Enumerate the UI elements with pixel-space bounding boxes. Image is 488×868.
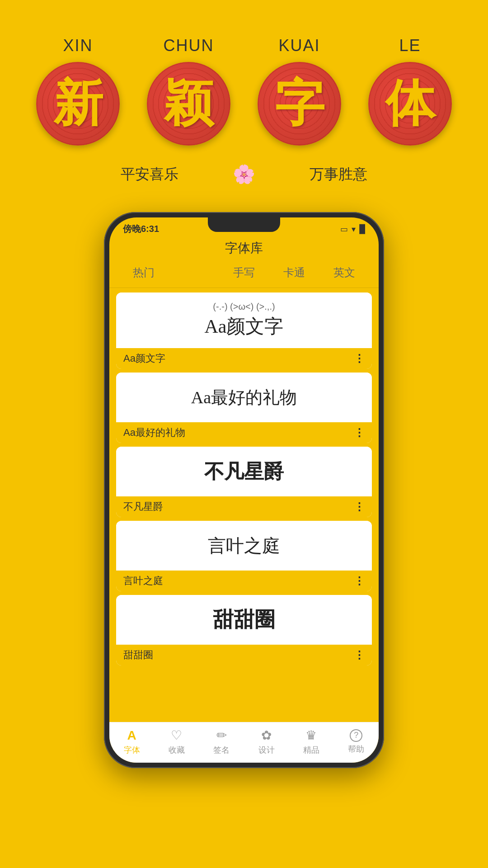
font-label-1: Aa颜文字 xyxy=(123,352,165,365)
font-text-5: 甜甜圈 xyxy=(213,606,275,634)
font-label-row-4: 言叶之庭 ⋮ xyxy=(116,571,372,591)
font-preview-2: Aa最好的礼物 xyxy=(116,373,372,422)
wifi-icon: ▾ xyxy=(352,224,356,234)
tab-bar: 热门 最新 手写 卡通 英文 xyxy=(109,259,379,288)
status-time: 傍晚6:31 xyxy=(123,223,159,235)
font-label-2: Aa最好的礼物 xyxy=(123,426,185,439)
circle-xin: 新 xyxy=(36,62,120,146)
font-preview-1: (-.-) (>ω<) (>.,.) Aa颜文字 xyxy=(116,292,372,348)
lotus-icon: 🌸 xyxy=(233,164,255,185)
tab-cartoon[interactable]: 卡通 xyxy=(278,263,310,284)
font-preview-5: 甜甜圈 xyxy=(116,595,372,645)
signature-icon: ✏ xyxy=(216,728,227,743)
subtitle-right: 万事胜意 xyxy=(310,165,367,184)
subtitle-row: 平安喜乐 🌸 万事胜意 xyxy=(121,164,367,185)
nav-premium-label: 精品 xyxy=(303,745,319,755)
bottom-nav: A 字体 ♡ 收藏 ✏ 签名 ✿ 设计 ♛ 精品 xyxy=(109,722,379,763)
nav-help-label: 帮助 xyxy=(348,744,364,755)
nav-signature[interactable]: ✏ 签名 xyxy=(213,728,230,755)
more-icon-5[interactable]: ⋮ xyxy=(354,649,365,661)
nav-fonts[interactable]: A 字体 xyxy=(124,728,140,755)
pinyin-chun: CHUN xyxy=(164,36,214,55)
nav-favorites[interactable]: ♡ 收藏 xyxy=(169,728,185,755)
font-label-5: 甜甜圈 xyxy=(123,648,153,662)
font-label-4: 言叶之庭 xyxy=(123,574,163,588)
tab-handwriting[interactable]: 手写 xyxy=(228,263,260,284)
nav-design[interactable]: ✿ 设计 xyxy=(258,728,275,755)
font-label-3: 不凡星爵 xyxy=(123,500,163,514)
pinyin-kuai: KUAI xyxy=(278,36,320,55)
header: XIN 新 CHUN 颖 KUAI 字 LE 体 平安喜乐 🌸 万事胜意 xyxy=(0,0,488,185)
premium-icon: ♛ xyxy=(305,728,317,743)
font-card-2[interactable]: Aa最好的礼物 Aa最好的礼物 ⋮ xyxy=(116,373,372,443)
favorites-icon: ♡ xyxy=(171,728,182,743)
more-icon-3[interactable]: ⋮ xyxy=(354,500,365,513)
more-icon-1[interactable]: ⋮ xyxy=(354,352,365,365)
font-preview-4: 言叶之庭 xyxy=(116,521,372,571)
design-icon: ✿ xyxy=(261,728,272,743)
tab-english[interactable]: 英文 xyxy=(328,263,361,284)
font-card-4[interactable]: 言叶之庭 言叶之庭 ⋮ xyxy=(116,521,372,591)
help-icon: ? xyxy=(350,729,362,742)
font-label-row-3: 不凡星爵 ⋮ xyxy=(116,496,372,517)
signal-icon: █ xyxy=(359,224,365,234)
phone-screen: 傍晚6:31 ▭ ▾ █ 字体库 热门 最新 手写 卡通 英文 xyxy=(109,217,379,763)
nav-help[interactable]: ? 帮助 xyxy=(348,729,364,755)
font-preview-3: 不凡星爵 xyxy=(116,447,372,496)
status-icons: ▭ ▾ █ xyxy=(340,224,365,234)
font-text-1: Aa颜文字 xyxy=(205,314,284,339)
app-title: 字体库 xyxy=(109,235,379,259)
char-kuai: KUAI 字 xyxy=(258,36,341,146)
phone-notch xyxy=(208,217,280,232)
battery-icon: ▭ xyxy=(340,224,348,234)
pinyin-row: XIN 新 CHUN 颖 KUAI 字 LE 体 xyxy=(36,36,452,146)
circle-kuai: 字 xyxy=(258,62,341,146)
nav-premium[interactable]: ♛ 精品 xyxy=(303,728,319,755)
fonts-icon: A xyxy=(127,728,136,743)
nav-design-label: 设计 xyxy=(258,745,275,755)
pinyin-xin: XIN xyxy=(63,36,93,55)
font-card-3[interactable]: 不凡星爵 不凡星爵 ⋮ xyxy=(116,447,372,517)
font-list: (-.-) (>ω<) (>.,.) Aa颜文字 Aa颜文字 ⋮ Aa最好的礼物 xyxy=(109,288,379,670)
font-text-2: Aa最好的礼物 xyxy=(191,386,297,409)
font-card-5[interactable]: 甜甜圈 甜甜圈 ⋮ xyxy=(116,595,372,665)
phone-mockup: 傍晚6:31 ▭ ▾ █ 字体库 热门 最新 手写 卡通 英文 xyxy=(104,212,384,768)
phone-wrapper: 傍晚6:31 ▭ ▾ █ 字体库 热门 最新 手写 卡通 英文 xyxy=(0,212,488,768)
circle-le: 体 xyxy=(368,62,452,146)
char-chun: CHUN 颖 xyxy=(147,36,230,146)
circle-chun: 颖 xyxy=(147,62,230,146)
more-icon-2[interactable]: ⋮ xyxy=(354,426,365,439)
nav-favorites-label: 收藏 xyxy=(169,745,185,755)
more-icon-4[interactable]: ⋮ xyxy=(354,575,365,587)
tab-hot[interactable]: 热门 xyxy=(127,263,160,284)
tab-latest[interactable]: 最新 xyxy=(178,263,210,284)
char-le: LE 体 xyxy=(368,36,452,146)
font-label-row-1: Aa颜文字 ⋮ xyxy=(116,348,372,369)
pinyin-le: LE xyxy=(399,36,421,55)
subtitle-left: 平安喜乐 xyxy=(121,165,178,184)
font-card-1[interactable]: (-.-) (>ω<) (>.,.) Aa颜文字 Aa颜文字 ⋮ xyxy=(116,292,372,369)
kaomoji-1: (-.-) (>ω<) (>.,.) xyxy=(213,302,275,312)
font-text-4: 言叶之庭 xyxy=(208,533,280,558)
font-label-row-2: Aa最好的礼物 ⋮ xyxy=(116,422,372,443)
font-label-row-5: 甜甜圈 ⋮ xyxy=(116,645,372,665)
nav-signature-label: 签名 xyxy=(213,745,230,755)
char-xin: XIN 新 xyxy=(36,36,120,146)
nav-fonts-label: 字体 xyxy=(124,745,140,755)
font-text-3: 不凡星爵 xyxy=(204,458,284,485)
